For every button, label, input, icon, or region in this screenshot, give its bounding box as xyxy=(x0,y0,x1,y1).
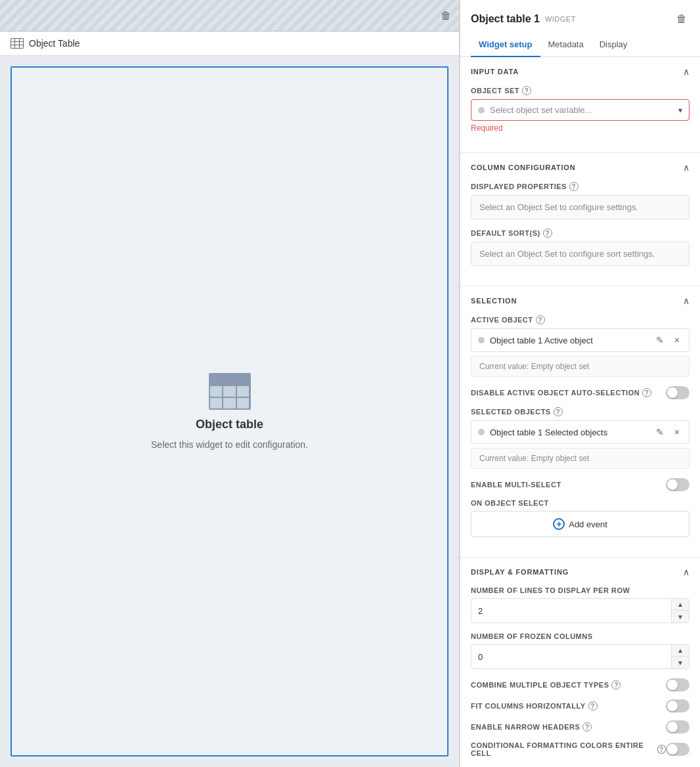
display-formatting-section-header[interactable]: DISPLAY & FORMATTING ∧ xyxy=(460,558,700,586)
widget-trash-button[interactable]: 🗑 xyxy=(674,11,689,28)
combine-types-toggle[interactable] xyxy=(666,678,689,691)
lines-per-row-down-button[interactable]: ▼ xyxy=(672,611,689,623)
selected-objects-dot xyxy=(478,429,485,435)
conditional-formatting-toggle[interactable] xyxy=(666,743,689,756)
frozen-columns-spinners: ▲ ▼ xyxy=(671,645,689,668)
object-set-dot xyxy=(478,107,485,114)
input-data-chevron-icon: ∧ xyxy=(683,66,689,77)
display-formatting-content: NUMBER OF LINES TO DISPLAY PER ROW ▲ ▼ N… xyxy=(460,586,700,767)
lines-per-row-input[interactable] xyxy=(471,601,671,621)
active-object-edit-button[interactable]: ✎ xyxy=(653,334,667,347)
frozen-columns-input-row: ▲ ▼ xyxy=(471,644,689,669)
disable-auto-label: DISABLE ACTIVE OBJECT AUTO-SELECTION ? xyxy=(471,388,651,397)
conditional-formatting-label: CONDITIONAL FORMATTING COLORS ENTIRE CEL… xyxy=(471,741,666,757)
disable-auto-toggle[interactable] xyxy=(666,386,689,399)
active-object-current-value: Current value: Empty object set xyxy=(471,356,689,377)
selected-objects-close-button[interactable]: × xyxy=(672,426,682,439)
input-data-section-header[interactable]: INPUT DATA ∧ xyxy=(460,57,700,86)
canvas-area[interactable]: Object table Select this widget to edit … xyxy=(11,66,448,756)
on-object-select-label: ON OBJECT SELECT xyxy=(471,499,689,507)
conditional-formatting-help-icon[interactable]: ? xyxy=(657,745,666,754)
tab-widget-setup[interactable]: Widget setup xyxy=(471,33,540,57)
multiselect-toggle-row: ENABLE MULTI-SELECT xyxy=(471,478,689,491)
combine-types-label: COMBINE MULTIPLE OBJECT TYPES ? xyxy=(471,680,621,690)
active-object-close-button[interactable]: × xyxy=(672,334,682,347)
add-event-plus-icon: + xyxy=(553,518,565,530)
narrow-headers-toggle[interactable] xyxy=(666,720,689,734)
input-data-content: OBJECT SET ? Select object set variable.… xyxy=(460,86,700,152)
column-config-section-header[interactable]: COLUMN CONFIGURATION ∧ xyxy=(460,153,700,182)
add-event-button[interactable]: + Add event xyxy=(471,511,689,537)
on-object-select-group: ON OBJECT SELECT + Add event xyxy=(471,499,689,537)
widget-title-row: Object table 1 WIDGET xyxy=(471,13,576,25)
canvas-subtitle: Select this widget to edit configuration… xyxy=(151,439,308,450)
left-panel: 🗑 Object Table Object table Select this … xyxy=(0,0,460,767)
narrow-headers-help-icon[interactable]: ? xyxy=(582,722,592,732)
display-formatting-title: DISPLAY & FORMATTING xyxy=(471,568,569,576)
selection-section-header[interactable]: SELECTION ∧ xyxy=(460,286,700,315)
selected-objects-label: SELECTED OBJECTS ? xyxy=(471,407,689,416)
column-config-content: DISPLAYED PROPERTIES ? Select an Object … xyxy=(460,182,700,286)
frozen-columns-label: NUMBER OF FROZEN COLUMNS xyxy=(471,632,689,640)
conditional-formatting-toggle-row: CONDITIONAL FORMATTING COLORS ENTIRE CEL… xyxy=(471,741,689,757)
selection-section: SELECTION ∧ ACTIVE OBJECT ? Object table… xyxy=(460,286,700,558)
fit-columns-help-icon[interactable]: ? xyxy=(588,701,598,711)
lines-per-row-spinners: ▲ ▼ xyxy=(671,599,689,623)
input-data-section: INPUT DATA ∧ OBJECT SET ? Select object … xyxy=(460,57,700,153)
multiselect-toggle[interactable] xyxy=(666,478,689,491)
tabs-row: Widget setup Metadata Display xyxy=(460,33,700,57)
tab-metadata[interactable]: Metadata xyxy=(540,33,592,57)
combine-types-toggle-row: COMBINE MULTIPLE OBJECT TYPES ? xyxy=(471,678,689,691)
widget-name: Object table 1 xyxy=(471,13,540,25)
active-object-help-icon[interactable]: ? xyxy=(536,315,545,324)
default-sorts-label: DEFAULT SORT(S) ? xyxy=(471,229,689,238)
topbar-trash-icon[interactable]: 🗑 xyxy=(441,10,451,22)
object-table-small-icon xyxy=(11,38,24,49)
tab-display[interactable]: Display xyxy=(592,33,636,57)
selected-objects-var-label: Object table 1 Selected objects xyxy=(490,427,648,437)
frozen-columns-input[interactable] xyxy=(471,647,671,667)
selected-objects-group: SELECTED OBJECTS ? Object table 1 Select… xyxy=(471,407,689,469)
active-object-dot xyxy=(478,337,485,343)
add-event-label: Add event xyxy=(569,519,607,529)
active-object-label: ACTIVE OBJECT ? xyxy=(471,315,689,324)
widget-header-label: Object Table xyxy=(29,38,80,49)
disable-auto-help-icon[interactable]: ? xyxy=(642,388,651,397)
canvas-table-icon xyxy=(209,373,251,410)
display-formatting-chevron-icon: ∧ xyxy=(683,567,689,577)
object-set-placeholder: Select object set variable... xyxy=(490,105,592,115)
default-sorts-info: Select an Object Set to configure sort s… xyxy=(471,242,689,266)
column-config-chevron-icon: ∧ xyxy=(683,162,689,173)
object-set-help-icon[interactable]: ? xyxy=(522,86,531,95)
combine-types-help-icon[interactable]: ? xyxy=(611,680,621,690)
selection-title: SELECTION xyxy=(471,297,517,305)
disable-auto-toggle-row: DISABLE ACTIVE OBJECT AUTO-SELECTION ? xyxy=(471,386,689,399)
required-text: Required xyxy=(471,123,689,133)
lines-per-row-up-button[interactable]: ▲ xyxy=(672,599,689,611)
lines-per-row-group: NUMBER OF LINES TO DISPLAY PER ROW ▲ ▼ xyxy=(471,586,689,623)
frozen-columns-group: NUMBER OF FROZEN COLUMNS ▲ ▼ xyxy=(471,632,689,669)
frozen-columns-down-button[interactable]: ▼ xyxy=(672,657,689,668)
narrow-headers-label: ENABLE NARROW HEADERS ? xyxy=(471,722,592,732)
object-set-arrow-icon: ▾ xyxy=(678,106,682,115)
frozen-columns-up-button[interactable]: ▲ xyxy=(672,645,689,657)
displayed-properties-help-icon[interactable]: ? xyxy=(569,182,579,191)
fit-columns-label: FIT COLUMNS HORIZONTALLY ? xyxy=(471,701,598,711)
object-set-field-group: OBJECT SET ? Select object set variable.… xyxy=(471,86,689,133)
displayed-properties-group: DISPLAYED PROPERTIES ? Select an Object … xyxy=(471,182,689,219)
widget-badge: WIDGET xyxy=(545,15,576,23)
selected-objects-help-icon[interactable]: ? xyxy=(554,407,563,416)
displayed-properties-label: DISPLAYED PROPERTIES ? xyxy=(471,182,689,191)
narrow-headers-toggle-row: ENABLE NARROW HEADERS ? xyxy=(471,720,689,734)
selected-objects-var-row: Object table 1 Selected objects ✎ × xyxy=(471,420,689,444)
selected-objects-current-value: Current value: Empty object set xyxy=(471,448,689,469)
displayed-properties-info: Select an Object Set to configure settin… xyxy=(471,195,689,219)
object-set-select[interactable]: Select object set variable... ▾ xyxy=(471,99,689,121)
fit-columns-toggle[interactable] xyxy=(666,699,689,712)
lines-per-row-label: NUMBER OF LINES TO DISPLAY PER ROW xyxy=(471,586,689,594)
input-data-title: INPUT DATA xyxy=(471,68,519,76)
right-panel: Object table 1 WIDGET 🗑 Widget setup Met… xyxy=(460,0,700,767)
object-set-label: OBJECT SET ? xyxy=(471,86,689,95)
default-sorts-help-icon[interactable]: ? xyxy=(543,229,552,238)
selected-objects-edit-button[interactable]: ✎ xyxy=(653,426,667,439)
